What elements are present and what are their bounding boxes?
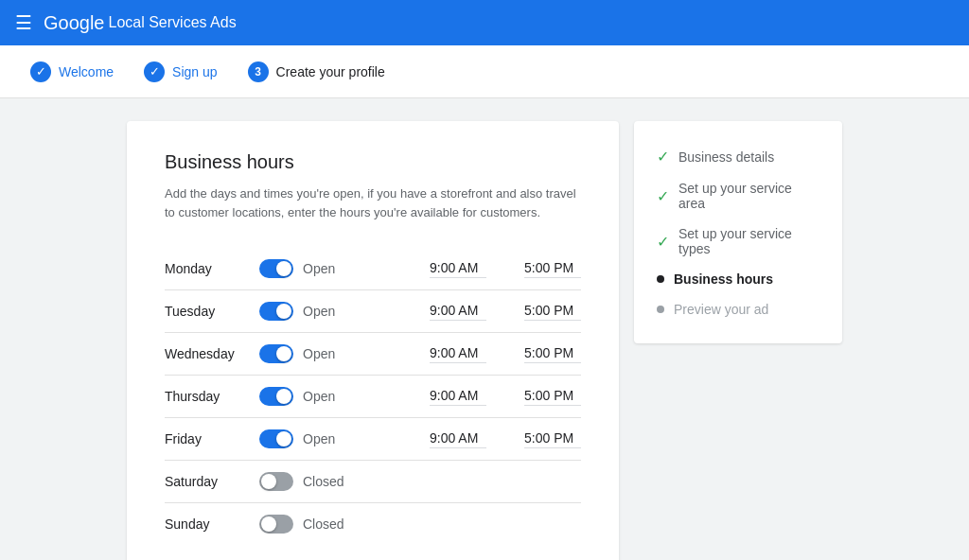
sidebar-item-business-hours[interactable]: Business hours [657, 264, 819, 294]
day-label-sunday: Sunday [165, 516, 259, 532]
main-content: Business hours Add the days and times yo… [0, 98, 969, 560]
breadcrumb-step-create-profile[interactable]: 3 Create your profile [248, 61, 385, 82]
create-profile-step-number: 3 [248, 61, 269, 82]
day-rows: MondayOpen9:00 AM5:00 PMTuesdayOpen9:00 … [165, 248, 581, 545]
toggle-status-monday: Open [303, 261, 335, 276]
toggle-slider-tuesday [259, 302, 293, 321]
sidebar-item-preview-ad: Preview your ad [657, 294, 819, 324]
toggle-knob-thursday [276, 389, 291, 404]
signup-label: Sign up [172, 64, 217, 79]
toggle-container-wednesday[interactable]: Open [259, 344, 354, 363]
check-icon: ✓ [657, 233, 669, 251]
toggle-container-tuesday[interactable]: Open [259, 302, 354, 321]
day-row-wednesday: WednesdayOpen9:00 AM5:00 PM [165, 333, 581, 376]
toggle-knob-saturday [261, 474, 276, 489]
breadcrumb-step-welcome[interactable]: ✓ Welcome [30, 61, 114, 82]
toggle-slider-wednesday [259, 344, 293, 363]
toggle-container-saturday[interactable]: Closed [259, 472, 354, 491]
upcoming-bullet-icon [657, 306, 664, 313]
day-label-friday: Friday [165, 431, 259, 446]
day-label-tuesday: Tuesday [165, 304, 259, 319]
toggle-container-thursday[interactable]: Open [259, 387, 354, 406]
sidebar: ✓Business details✓Set up your service ar… [634, 121, 842, 343]
signup-check-icon: ✓ [144, 61, 165, 82]
toggle-thursday[interactable] [259, 387, 293, 406]
end-time-thursday[interactable]: 5:00 PM [524, 388, 581, 406]
sidebar-item-service-area[interactable]: ✓Set up your service area [657, 173, 819, 219]
check-icon: ✓ [657, 187, 669, 205]
sidebar-items: ✓Business details✓Set up your service ar… [657, 140, 819, 324]
toggle-slider-monday [259, 259, 293, 278]
toggle-sunday[interactable] [259, 515, 293, 534]
day-label-wednesday: Wednesday [165, 346, 259, 361]
day-label-thursday: Thursday [165, 389, 259, 404]
time-fields-wednesday: 9:00 AM5:00 PM [430, 345, 581, 363]
breadcrumb: ✓ Welcome ✓ Sign up 3 Create your profil… [0, 45, 969, 98]
end-time-monday[interactable]: 5:00 PM [524, 260, 581, 278]
time-fields-thursday: 9:00 AM5:00 PM [430, 388, 581, 406]
business-hours-card: Business hours Add the days and times yo… [127, 121, 619, 560]
toggle-saturday[interactable] [259, 472, 293, 491]
time-fields-tuesday: 9:00 AM5:00 PM [430, 303, 581, 321]
toggle-status-sunday: Closed [303, 516, 344, 532]
end-time-tuesday[interactable]: 5:00 PM [524, 303, 581, 321]
welcome-label: Welcome [59, 64, 114, 79]
toggle-knob-wednesday [276, 346, 291, 361]
create-profile-label: Create your profile [276, 64, 385, 79]
app-header: ☰ Google Local Services Ads [0, 0, 969, 45]
card-description: Add the days and times you're open, if y… [165, 184, 581, 221]
day-row-monday: MondayOpen9:00 AM5:00 PM [165, 248, 581, 290]
toggle-container-sunday[interactable]: Closed [259, 515, 354, 534]
toggle-container-monday[interactable]: Open [259, 259, 354, 278]
start-time-thursday[interactable]: 9:00 AM [430, 388, 486, 406]
day-row-tuesday: TuesdayOpen9:00 AM5:00 PM [165, 290, 581, 333]
toggle-knob-friday [276, 431, 291, 446]
toggle-friday[interactable] [259, 429, 293, 448]
day-row-saturday: SaturdayClosed [165, 461, 581, 503]
check-icon: ✓ [657, 148, 669, 166]
sidebar-item-label-service-area: Set up your service area [678, 181, 819, 211]
sidebar-item-label-service-types: Set up your service types [678, 226, 819, 256]
day-row-sunday: SundayClosed [165, 503, 581, 545]
toggle-slider-thursday [259, 387, 293, 406]
end-time-wednesday[interactable]: 5:00 PM [524, 345, 581, 363]
time-fields-friday: 9:00 AM5:00 PM [430, 430, 581, 448]
sidebar-item-business-details[interactable]: ✓Business details [657, 140, 819, 173]
day-row-thursday: ThursdayOpen9:00 AM5:00 PM [165, 376, 581, 418]
sidebar-item-service-types[interactable]: ✓Set up your service types [657, 219, 819, 264]
toggle-knob-monday [276, 261, 291, 276]
time-fields-monday: 9:00 AM5:00 PM [430, 260, 581, 278]
app-title: Local Services Ads [109, 14, 237, 31]
toggle-status-wednesday: Open [303, 346, 335, 361]
logo: Google Local Services Ads [44, 12, 237, 34]
toggle-status-friday: Open [303, 431, 335, 446]
sidebar-item-label-business-hours: Business hours [674, 271, 773, 287]
toggle-knob-sunday [261, 516, 276, 532]
card-title: Business hours [165, 151, 581, 173]
sidebar-item-label-preview-ad: Preview your ad [674, 302, 768, 317]
toggle-status-thursday: Open [303, 389, 335, 404]
sidebar-item-label-business-details: Business details [678, 149, 774, 165]
breadcrumb-step-signup[interactable]: ✓ Sign up [144, 61, 217, 82]
toggle-slider-sunday [259, 515, 293, 534]
toggle-monday[interactable] [259, 259, 293, 278]
toggle-slider-saturday [259, 472, 293, 491]
toggle-wednesday[interactable] [259, 344, 293, 363]
start-time-tuesday[interactable]: 9:00 AM [430, 303, 486, 321]
toggle-container-friday[interactable]: Open [259, 429, 354, 448]
toggle-tuesday[interactable] [259, 302, 293, 321]
toggle-status-saturday: Closed [303, 474, 344, 489]
toggle-status-tuesday: Open [303, 304, 335, 319]
day-row-friday: FridayOpen9:00 AM5:00 PM [165, 418, 581, 461]
menu-icon[interactable]: ☰ [15, 11, 32, 34]
toggle-knob-tuesday [276, 304, 291, 319]
toggle-slider-friday [259, 429, 293, 448]
end-time-friday[interactable]: 5:00 PM [524, 430, 581, 448]
day-label-monday: Monday [165, 261, 259, 276]
start-time-monday[interactable]: 9:00 AM [430, 260, 486, 278]
welcome-check-icon: ✓ [30, 61, 51, 82]
current-bullet-icon [657, 275, 664, 283]
day-label-saturday: Saturday [165, 474, 259, 489]
start-time-wednesday[interactable]: 9:00 AM [430, 345, 486, 363]
start-time-friday[interactable]: 9:00 AM [430, 430, 486, 448]
